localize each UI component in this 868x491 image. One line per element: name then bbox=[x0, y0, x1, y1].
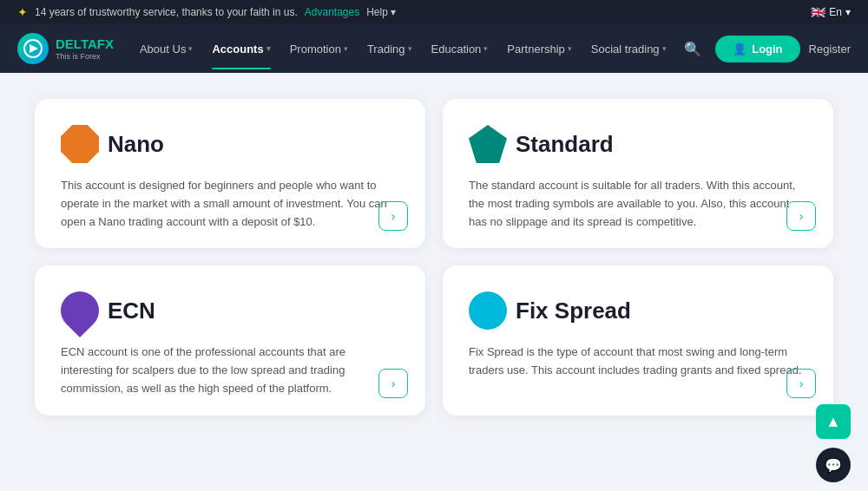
nano-icon bbox=[61, 125, 99, 163]
fixspread-card-header: Fix Spread bbox=[469, 291, 807, 330]
flag-icon: 🇬🇧 bbox=[811, 5, 825, 19]
chevron-down-icon: ▾ bbox=[266, 44, 271, 53]
fixspread-card: Fix Spread Fix Spread is the type of acc… bbox=[443, 265, 833, 415]
nano-card-header: Nano bbox=[61, 125, 399, 163]
nav-promotion[interactable]: Promotion ▾ bbox=[281, 36, 357, 62]
chat-button[interactable]: 💬 bbox=[816, 448, 851, 482]
nav-accounts[interactable]: Accounts ▾ bbox=[203, 36, 279, 62]
chevron-down-icon: ▾ bbox=[408, 44, 412, 53]
nav-actions: 👤 Login Register bbox=[715, 36, 851, 62]
topbar-message: 14 years of trustworthy service, thanks … bbox=[35, 6, 298, 18]
navbar: DELTAFX This is Forex About Us ▾ Account… bbox=[0, 24, 868, 73]
brand-tagline: This is Forex bbox=[56, 52, 114, 62]
lang-chevron-icon: ▾ bbox=[845, 6, 851, 18]
fixspread-description: Fix Spread is the type of account that m… bbox=[469, 344, 807, 396]
user-icon: 👤 bbox=[733, 43, 746, 56]
nav-about-us[interactable]: About Us ▾ bbox=[131, 36, 201, 62]
ecn-card-header: ECN bbox=[61, 291, 399, 330]
help-link[interactable]: Help ▾ bbox=[366, 6, 396, 18]
ecn-arrow-button[interactable]: › bbox=[378, 369, 408, 398]
nano-title: Nano bbox=[108, 131, 164, 158]
login-button[interactable]: 👤 Login bbox=[715, 36, 799, 62]
advantages-link[interactable]: Advantages bbox=[305, 6, 359, 18]
standard-card-header: Standard bbox=[469, 125, 807, 163]
svg-marker-1 bbox=[30, 44, 38, 53]
chevron-down-icon: ▾ bbox=[483, 44, 488, 53]
nav-partnership[interactable]: Partnership ▾ bbox=[498, 36, 580, 62]
nav-trading[interactable]: Trading ▾ bbox=[358, 36, 421, 62]
accounts-grid: Nano This account is designed for beginn… bbox=[35, 99, 833, 416]
main-content: Nano This account is designed for beginn… bbox=[0, 73, 868, 486]
ecn-card: ECN ECN account is one of the profession… bbox=[35, 265, 425, 415]
register-button[interactable]: Register bbox=[809, 43, 851, 56]
scroll-to-top-button[interactable]: ▲ bbox=[816, 404, 851, 439]
standard-icon bbox=[469, 125, 507, 163]
ecn-title: ECN bbox=[108, 298, 155, 324]
search-icon[interactable]: 🔍 bbox=[677, 34, 708, 64]
brand-name: DELTAFX bbox=[56, 36, 114, 52]
nano-arrow-button[interactable]: › bbox=[378, 201, 408, 231]
chevron-down-icon: ▾ bbox=[188, 44, 193, 53]
chevron-down-icon: ▾ bbox=[344, 44, 348, 53]
ecn-icon bbox=[53, 284, 107, 337]
fixspread-icon bbox=[469, 291, 507, 330]
language-selector[interactable]: 🇬🇧 En ▾ bbox=[811, 5, 851, 19]
nano-card: Nano This account is designed for beginn… bbox=[35, 99, 425, 248]
fixspread-arrow-button[interactable]: › bbox=[786, 369, 816, 398]
standard-card: Standard The standard account is suitabl… bbox=[443, 99, 833, 248]
standard-description: The standard account is suitable for all… bbox=[469, 177, 807, 231]
nav-social-trading[interactable]: Social trading ▾ bbox=[582, 36, 675, 62]
ecn-description: ECN account is one of the professional a… bbox=[61, 344, 399, 397]
star-icon: ✦ bbox=[17, 5, 28, 19]
nano-description: This account is designed for beginners a… bbox=[61, 177, 399, 231]
nav-items: About Us ▾ Accounts ▾ Promotion ▾ Tradin… bbox=[131, 34, 712, 64]
chevron-down-icon: ▾ bbox=[662, 44, 667, 53]
logo[interactable]: DELTAFX This is Forex bbox=[17, 33, 114, 64]
fixspread-title: Fix Spread bbox=[516, 298, 631, 324]
nav-education[interactable]: Education ▾ bbox=[423, 36, 497, 62]
top-bar: ✦ 14 years of trustworthy service, thank… bbox=[0, 0, 868, 24]
standard-title: Standard bbox=[516, 131, 614, 158]
logo-icon bbox=[17, 33, 49, 64]
chevron-down-icon: ▾ bbox=[568, 44, 572, 53]
standard-arrow-button[interactable]: › bbox=[786, 201, 816, 231]
